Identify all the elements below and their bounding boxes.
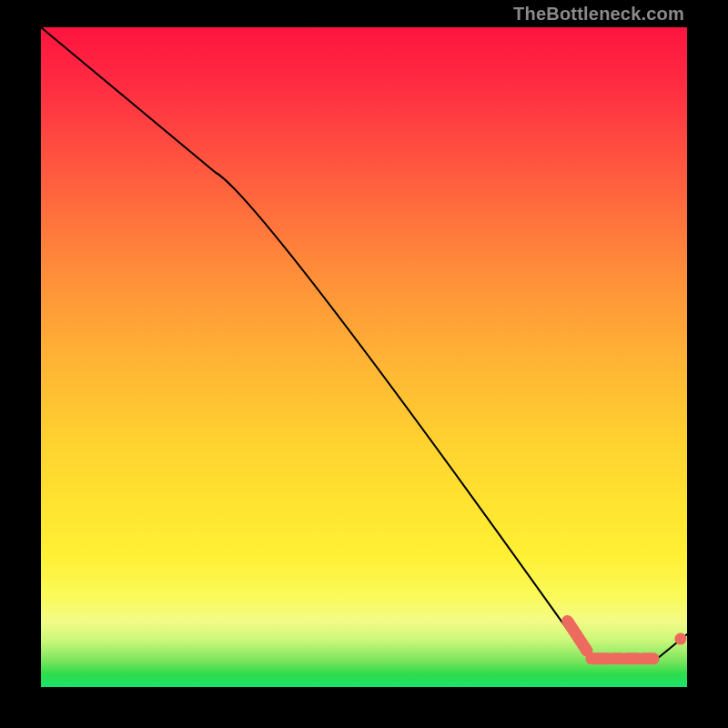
- curve-layer: [41, 27, 687, 661]
- series-line: [41, 27, 687, 661]
- plot-area: [41, 27, 687, 687]
- chart-overlay: [41, 27, 687, 687]
- chart-stage: TheBottleneck.com: [0, 0, 728, 728]
- marker-dot: [674, 633, 686, 645]
- credit-label: TheBottleneck.com: [513, 4, 684, 25]
- marker-pill: [568, 622, 587, 652]
- marker-layer: [568, 622, 687, 659]
